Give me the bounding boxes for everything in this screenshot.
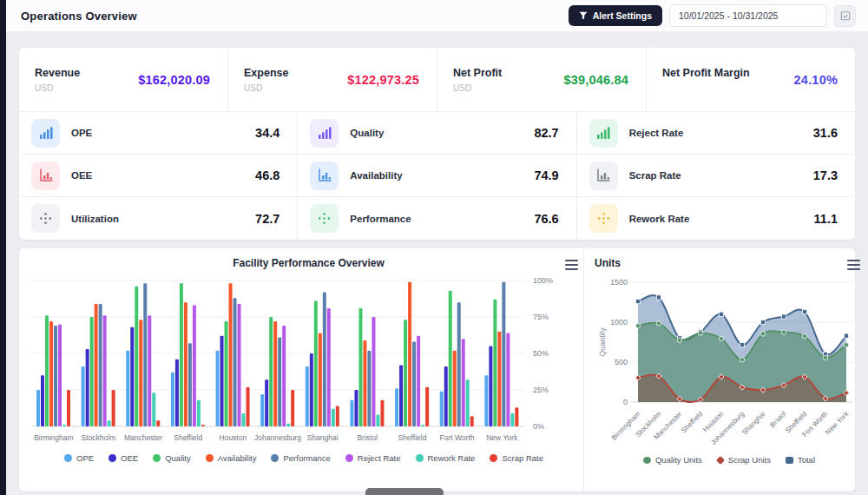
metrics-grid: OPE34.4OEE46.8Utilization72.7 Quality82.… xyxy=(19,111,855,240)
bars-rising-icon xyxy=(310,119,339,148)
metric-row-performance: Performance76.6 xyxy=(298,197,575,240)
app-window: Operations Overview Alert Settings Reven… xyxy=(6,0,868,495)
kpi-label: Expense xyxy=(244,67,288,79)
kpi-revenue: Revenue USD $162,020.09 xyxy=(19,48,228,111)
svg-text:Shanghai: Shanghai xyxy=(740,410,766,436)
bars-rising-icon xyxy=(31,119,60,148)
page-title: Operations Overview xyxy=(21,10,137,23)
legend-dot xyxy=(345,454,353,462)
legend-item-reject-rate[interactable]: Reject Rate xyxy=(345,453,401,463)
chart-menu-icon[interactable] xyxy=(562,257,582,275)
legend-marker xyxy=(716,455,725,464)
bars-axis-icon xyxy=(31,162,60,190)
metric-name: Rework Rate xyxy=(629,214,690,224)
legend-dot xyxy=(108,454,116,462)
legend-item-scrap-units[interactable]: Scrap Units xyxy=(717,455,771,465)
legend-item-availability[interactable]: Availability xyxy=(206,453,257,463)
kpi-net-profit-margin: Net Profit Margin 24.10% xyxy=(647,48,855,111)
svg-text:1000: 1000 xyxy=(610,318,628,327)
legend-item-quality[interactable]: Quality xyxy=(153,453,191,463)
svg-text:New York: New York xyxy=(486,433,518,442)
charts-card: Facility Performance Overview 0%25%50%75… xyxy=(19,248,855,492)
legend-item-ope[interactable]: OPE xyxy=(64,453,94,463)
legend-dot xyxy=(271,454,279,462)
units-area-chart: 050010001500QuantityBirminghamStockholmM… xyxy=(595,275,864,449)
legend-dot xyxy=(416,454,424,462)
metric-value: 17.3 xyxy=(813,168,838,182)
svg-text:Sheffield: Sheffield xyxy=(680,410,704,434)
units-chart-title: Units xyxy=(595,257,621,269)
svg-text:50%: 50% xyxy=(533,349,549,358)
svg-text:New York: New York xyxy=(824,409,851,436)
metric-row-ope: OPE34.4 xyxy=(19,112,297,155)
bars-axis-icon xyxy=(310,162,339,190)
date-range-input[interactable] xyxy=(669,4,827,27)
filter-icon xyxy=(579,11,588,20)
units-panel: Units 050010001500QuantityBirminghamStoc… xyxy=(583,248,868,492)
legend-dot xyxy=(206,454,214,462)
svg-text:Birmingham: Birmingham xyxy=(34,433,73,442)
metric-row-utilization: Utilization72.7 xyxy=(19,197,297,240)
kpi-value: $122,973.25 xyxy=(347,73,419,87)
kpi-label: Net Profit xyxy=(453,67,502,79)
metric-name: Performance xyxy=(350,214,411,224)
metrics-column-3: Reject Rate31.6Scrap Rate17.3Rework Rate… xyxy=(577,112,855,240)
bars-rising-icon xyxy=(589,119,618,148)
move-arrows-icon xyxy=(31,204,60,233)
svg-text:0%: 0% xyxy=(533,422,544,431)
svg-text:500: 500 xyxy=(615,358,628,366)
metric-row-quality: Quality82.7 xyxy=(298,112,575,155)
legend-item-total[interactable]: Total xyxy=(786,455,815,465)
metric-value: 34.4 xyxy=(255,126,279,140)
svg-text:Sheffield: Sheffield xyxy=(174,433,202,442)
legend-item-performance[interactable]: Performance xyxy=(271,453,330,463)
metric-value: 82.7 xyxy=(534,126,558,140)
kpi-net-profit: Net Profit USD $39,046.84 xyxy=(437,48,647,111)
svg-text:Sheffield: Sheffield xyxy=(398,433,426,442)
legend-item-oee[interactable]: OEE xyxy=(108,453,138,463)
metrics-column-1: OPE34.4OEE46.8Utilization72.7 xyxy=(19,112,298,240)
main-content: Revenue USD $162,020.09 Expense USD $122… xyxy=(6,32,868,492)
kpi-currency xyxy=(662,83,750,93)
move-arrows-icon xyxy=(310,204,339,233)
facility-chart-legend: OPEOEEQualityAvailabilityPerformanceReje… xyxy=(26,453,582,463)
legend-dot xyxy=(64,454,72,462)
metric-value: 72.7 xyxy=(255,212,279,226)
legend-item-scrap-rate[interactable]: Scrap Rate xyxy=(490,453,543,463)
metric-name: Utilization xyxy=(71,214,119,224)
metric-name: Quality xyxy=(350,128,384,138)
calendar-check-icon xyxy=(840,10,851,21)
metric-name: OPE xyxy=(71,128,92,138)
metric-value: 74.9 xyxy=(534,168,558,182)
metric-name: Reject Rate xyxy=(629,128,684,138)
kpi-value: $162,020.09 xyxy=(138,73,210,87)
kpi-label: Net Profit Margin xyxy=(662,67,750,79)
metric-row-reject-rate: Reject Rate31.6 xyxy=(577,112,855,155)
collapsed-sidebar[interactable] xyxy=(0,0,6,495)
metric-name: Scrap Rate xyxy=(629,170,681,181)
legend-item-quality-units[interactable]: Quality Units xyxy=(643,455,702,465)
kpi-row: Revenue USD $162,020.09 Expense USD $122… xyxy=(19,48,855,111)
metric-value: 31.6 xyxy=(813,126,838,140)
date-picker-button[interactable] xyxy=(834,5,856,27)
screenshot-button[interactable]: Screenshot xyxy=(365,488,444,495)
legend-dot xyxy=(490,454,497,462)
metric-name: Availability xyxy=(350,170,402,181)
metric-row-scrap-rate: Scrap Rate17.3 xyxy=(577,155,855,197)
svg-text:Quantity: Quantity xyxy=(598,327,607,357)
svg-text:0: 0 xyxy=(623,398,628,406)
bars-axis-icon xyxy=(589,162,618,190)
units-chart-legend: Quality UnitsScrap UnitsTotal xyxy=(595,455,864,465)
svg-text:Shanghai: Shanghai xyxy=(307,433,339,442)
legend-marker xyxy=(786,457,793,464)
metric-value: 46.8 xyxy=(255,168,279,182)
kpi-label: Revenue xyxy=(35,67,80,79)
legend-item-rework-rate[interactable]: Rework Rate xyxy=(416,453,476,463)
chart-menu-icon[interactable] xyxy=(844,257,864,275)
svg-text:Bristol: Bristol xyxy=(357,433,378,442)
legend-marker xyxy=(643,457,651,464)
metric-value: 76.6 xyxy=(534,212,558,226)
metric-row-oee: OEE46.8 xyxy=(19,155,297,197)
svg-text:Stockholm: Stockholm xyxy=(82,433,116,442)
alert-settings-button[interactable]: Alert Settings xyxy=(569,5,662,26)
